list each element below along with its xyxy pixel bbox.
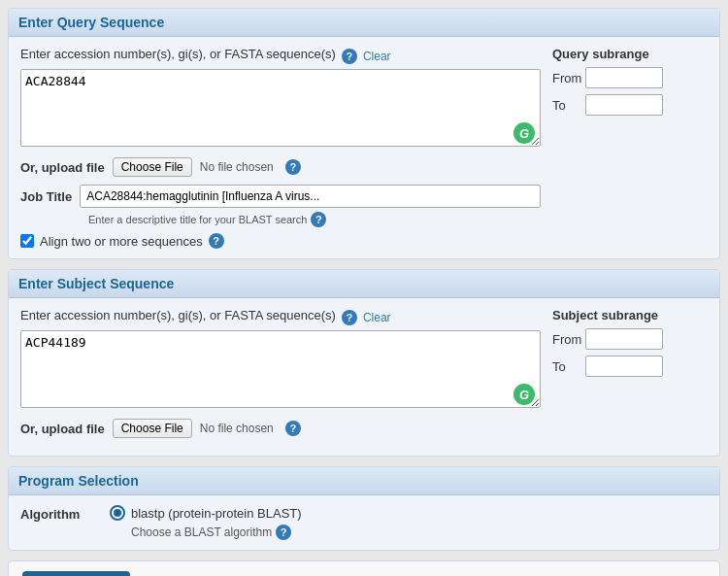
radio-selected-indicator [114,509,121,517]
choose-algo-row: Choose a BLAST algorithm ? [131,525,708,540]
query-clear-link[interactable]: Clear [363,50,391,63]
subject-section-title: Enter Subject Sequence [18,276,174,291]
blast-bar: BLAST Search protein sequence using Blas… [8,560,720,576]
choose-algo-text: Choose a BLAST algorithm [131,525,272,539]
query-section-title: Enter Query Sequence [18,15,164,30]
subject-choose-file-button[interactable]: Choose File [113,419,192,438]
program-section-header: Program Selection [9,467,719,495]
subject-help-icon[interactable]: ? [342,310,357,325]
blastp-radio-option[interactable]: blastp (protein-protein BLAST) [110,505,708,521]
subject-clear-link[interactable]: Clear [363,311,391,324]
query-from-label: From [552,71,579,85]
job-title-help-icon[interactable]: ? [311,212,326,227]
query-section: Enter Query Sequence Enter accession num… [8,8,720,259]
align-help-icon[interactable]: ? [209,233,224,249]
program-section: Program Selection Algorithm blastp (prot… [8,466,720,551]
blastp-radio-button[interactable] [110,505,125,521]
program-section-title: Program Selection [18,473,139,489]
subject-from-label: From [552,332,579,347]
query-upload-help-icon[interactable]: ? [285,159,301,175]
subject-input-label: Enter accession number(s), gi(s), or FAS… [20,308,336,322]
subject-no-file-text: No file chosen [200,422,274,435]
query-choose-file-button[interactable]: Choose File [113,157,192,177]
query-input-container: ACA28844 G [20,69,541,150]
query-no-file-text: No file chosen [200,160,274,174]
blast-description-area: Search protein sequence using Blastp (pr… [146,571,516,576]
query-to-input[interactable] [585,94,663,116]
query-upload-label: Or, upload file [20,160,105,175]
subject-upload-label: Or, upload file [20,422,105,436]
subject-upload-help-icon[interactable]: ? [285,421,301,436]
grammarly-icon: G [513,122,535,144]
query-textarea[interactable]: ACA28844 [20,69,541,147]
blast-description: Search protein sequence using Blastp (pr… [146,571,516,576]
algorithm-label: Algorithm [20,505,98,522]
job-title-input[interactable] [80,185,541,208]
subject-textarea[interactable]: ACP44189 [20,330,541,408]
job-title-label: Job Title [20,189,72,204]
algo-help-icon[interactable]: ? [276,525,291,540]
query-help-icon[interactable]: ? [342,49,357,64]
align-checkbox[interactable] [20,234,34,248]
algorithm-options: blastp (protein-protein BLAST) Choose a … [110,505,708,540]
blastp-radio-label: blastp (protein-protein BLAST) [131,506,302,521]
query-to-label: To [552,98,579,113]
query-input-label: Enter accession number(s), gi(s), or FAS… [20,47,336,61]
job-title-hint: Enter a descriptive title for your BLAST… [88,214,307,225]
subject-from-input[interactable] [585,328,663,350]
subject-section-header: Enter Subject Sequence [9,270,719,298]
subject-grammarly-icon: G [513,384,535,405]
subject-section: Enter Subject Sequence Enter accession n… [8,269,720,457]
query-subrange-label: Query subrange [552,47,708,61]
query-from-input[interactable] [585,67,663,88]
subject-to-input[interactable] [585,356,663,377]
query-section-header: Enter Query Sequence [9,9,719,37]
subject-input-container: ACP44189 G [20,330,541,411]
align-label: Align two or more sequences [40,234,203,249]
blast-button[interactable]: BLAST [22,571,130,576]
subject-to-label: To [552,359,579,374]
subject-subrange-label: Subject subrange [552,308,708,322]
